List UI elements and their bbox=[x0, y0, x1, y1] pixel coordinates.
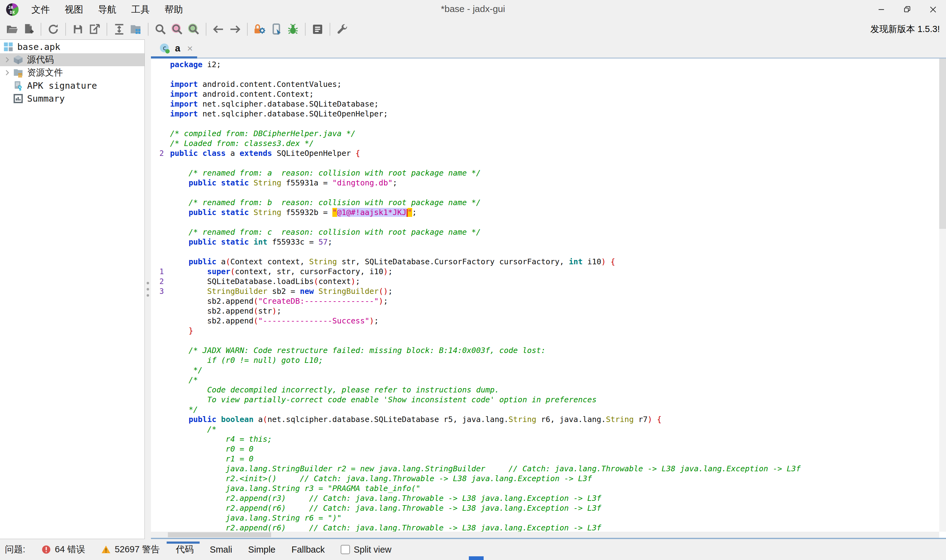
nav-back-button[interactable] bbox=[210, 21, 227, 38]
code-line[interactable]: java.lang.String r6 = ")" bbox=[151, 513, 939, 523]
split-view-toggle[interactable]: Split view bbox=[341, 545, 392, 555]
code-line[interactable] bbox=[151, 217, 939, 227]
close-button[interactable] bbox=[920, 0, 946, 19]
code-editor[interactable]: package i2;import android.content.Conten… bbox=[151, 58, 946, 538]
nav-forward-button[interactable] bbox=[227, 21, 243, 38]
sidebar-splitter[interactable] bbox=[145, 39, 151, 539]
code-line[interactable] bbox=[151, 336, 939, 346]
view-button-simple[interactable]: Simple bbox=[248, 545, 276, 555]
chevron-right-icon[interactable] bbox=[3, 69, 11, 77]
code-line[interactable] bbox=[151, 119, 939, 129]
menu-file[interactable]: 文件 bbox=[24, 2, 57, 17]
code-line[interactable]: */ bbox=[151, 365, 939, 375]
code-line[interactable]: public static String f55931a = "dingtong… bbox=[151, 178, 939, 188]
tree-item-summary[interactable]: Summary bbox=[0, 92, 145, 105]
vertical-scrollbar[interactable] bbox=[939, 58, 946, 532]
code-line[interactable]: /* renamed from: c reason: collision wit… bbox=[151, 227, 939, 237]
code-line[interactable]: package i2; bbox=[151, 60, 939, 69]
code-line[interactable]: /* JADX WARN: Code restructure failed: m… bbox=[151, 346, 939, 355]
code-line[interactable]: r2.append(r3) // Catch: java.lang.Throwa… bbox=[151, 494, 939, 503]
reload-button[interactable] bbox=[45, 21, 62, 38]
tree-item-source-code[interactable]: 源代码 bbox=[0, 53, 145, 66]
view-button-smali[interactable]: Smali bbox=[210, 545, 232, 555]
menu-help[interactable]: 帮助 bbox=[157, 2, 191, 17]
split-view-checkbox[interactable] bbox=[341, 545, 350, 554]
maximize-restore-button[interactable] bbox=[894, 0, 920, 19]
code-line[interactable]: if (r0 != null) goto L10; bbox=[151, 355, 939, 365]
code-line[interactable]: public static int f55933c = 57; bbox=[151, 237, 939, 247]
menu-tools[interactable]: 工具 bbox=[124, 2, 157, 17]
code-line[interactable]: Code decompiled incorrectly, please refe… bbox=[151, 385, 939, 395]
code-line[interactable]: To view partially-correct code enable 'S… bbox=[151, 395, 939, 405]
code-line[interactable]: 2 SQLiteDatabase.loadLibs(context); bbox=[151, 277, 939, 286]
code-line[interactable]: public boolean a(net.sqlcipher.database.… bbox=[151, 415, 939, 425]
code-line[interactable]: import android.content.Context; bbox=[151, 89, 939, 99]
code-line[interactable]: 1 super(context, str, cursorFactory, i10… bbox=[151, 267, 939, 277]
code-line[interactable] bbox=[151, 69, 939, 80]
errors-counter[interactable]: 64 错误 bbox=[41, 543, 85, 556]
minimize-button[interactable] bbox=[868, 0, 894, 19]
code-line[interactable]: sb2.append("CreateDB:---------------"); bbox=[151, 296, 939, 306]
tree-root-apk[interactable]: base.apk bbox=[0, 40, 145, 53]
tab-class-a[interactable]: c a × bbox=[151, 43, 201, 55]
tab-close-icon[interactable]: × bbox=[185, 43, 195, 53]
tree-item-apk-signature[interactable]: APK signature bbox=[0, 79, 145, 92]
code-line[interactable]: /* compiled from: DBCipherHelper.java */ bbox=[151, 129, 939, 138]
code-line[interactable]: import net.sqlcipher.database.SQLiteOpen… bbox=[151, 109, 939, 119]
tree-item-resources[interactable]: 资源文件 bbox=[0, 66, 145, 79]
code-line[interactable]: import net.sqlcipher.database.SQLiteData… bbox=[151, 99, 939, 109]
code-line[interactable]: import android.content.ContentValues; bbox=[151, 80, 939, 89]
code-token bbox=[170, 198, 189, 207]
code-line[interactable]: java.lang.StringBuilder r2 = new java.la… bbox=[151, 464, 939, 474]
device-adb-button[interactable] bbox=[268, 21, 285, 38]
warnings-counter[interactable]: 52697 警告 bbox=[101, 543, 160, 556]
code-line[interactable]: r1 = 0 bbox=[151, 454, 939, 464]
code-line[interactable]: 2public class a extends SQLiteOpenHelper… bbox=[151, 148, 939, 158]
log-viewer-button[interactable] bbox=[309, 21, 326, 38]
text-search-button[interactable] bbox=[152, 21, 169, 38]
code-line[interactable]: r2.append(r6) // Catch: java.lang.Throwa… bbox=[151, 503, 939, 513]
code-line[interactable] bbox=[151, 158, 939, 168]
code-line[interactable]: public static String f55932b = "@1@#!aaj… bbox=[151, 208, 939, 217]
code-line[interactable]: } bbox=[151, 326, 939, 336]
code-line[interactable] bbox=[151, 247, 939, 257]
code-line[interactable]: sb2.append("---------------Success"); bbox=[151, 316, 939, 326]
flat-packages-button[interactable] bbox=[128, 21, 144, 38]
code-line[interactable]: r4 = this; bbox=[151, 434, 939, 444]
preferences-button[interactable] bbox=[334, 21, 351, 38]
debug-bug-button[interactable] bbox=[285, 21, 301, 38]
code-line[interactable]: sb2.append(str); bbox=[151, 306, 939, 316]
code-line[interactable]: */ bbox=[151, 405, 939, 415]
code-line[interactable]: public a(Context context, String str, SQ… bbox=[151, 257, 939, 267]
export-button[interactable] bbox=[86, 21, 103, 38]
view-button-fallback[interactable]: Fallback bbox=[291, 545, 325, 555]
menu-navigation[interactable]: 导航 bbox=[91, 2, 124, 17]
code-line[interactable]: java.lang.String r3 = "PRAGMA table_info… bbox=[151, 484, 939, 494]
code-line[interactable]: r2.<init>() // Catch: java.lang.Throwabl… bbox=[151, 474, 939, 484]
add-files-button[interactable] bbox=[20, 21, 37, 38]
comment-search-button[interactable] bbox=[185, 21, 202, 38]
expand-frames-button[interactable] bbox=[111, 21, 128, 38]
code-token: r2.<init>() // Catch: java.lang.Throwabl… bbox=[170, 474, 592, 483]
menu-view[interactable]: 视图 bbox=[57, 2, 91, 17]
deobfuscation-button[interactable] bbox=[251, 21, 268, 38]
code-line[interactable]: r0 = 0 bbox=[151, 444, 939, 454]
vertical-scrollbar-thumb[interactable] bbox=[939, 58, 946, 229]
code-token: super bbox=[207, 267, 230, 276]
code-line[interactable]: 3 StringBuilder sb2 = new StringBuilder(… bbox=[151, 286, 939, 296]
view-button-code[interactable]: 代码 bbox=[176, 543, 194, 556]
code-line[interactable]: /* bbox=[151, 375, 939, 385]
open-file-button[interactable] bbox=[4, 21, 20, 38]
horizontal-scrollbar-thumb[interactable] bbox=[168, 532, 271, 537]
code-line[interactable]: /* renamed from: b reason: collision wit… bbox=[151, 198, 939, 208]
save-all-button[interactable] bbox=[69, 21, 86, 38]
code-line[interactable]: /* renamed from: a reason: collision wit… bbox=[151, 168, 939, 178]
horizontal-scrollbar[interactable] bbox=[151, 532, 939, 538]
chevron-right-icon[interactable] bbox=[3, 56, 11, 64]
code-line[interactable]: /* bbox=[151, 425, 939, 434]
code-line[interactable]: /* Loaded from: classes3.dex */ bbox=[151, 138, 939, 148]
class-search-button[interactable] bbox=[169, 21, 185, 38]
code-line[interactable]: r2.append(r6) // Catch: java.lang.Throwa… bbox=[151, 523, 939, 532]
update-notice-link[interactable]: 发现新版本 1.5.3! bbox=[870, 23, 940, 35]
code-line[interactable] bbox=[151, 188, 939, 198]
